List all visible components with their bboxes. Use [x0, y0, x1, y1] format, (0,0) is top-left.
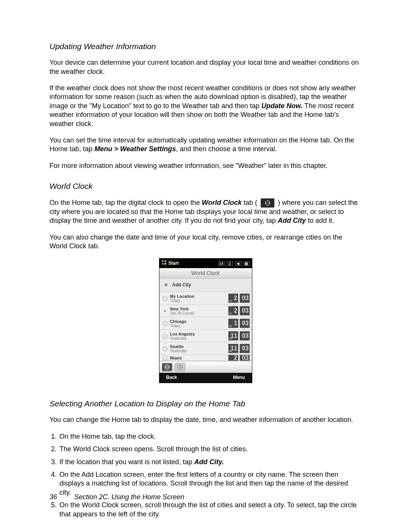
city-row[interactable]: ◯My LocationTodayAM203	[159, 292, 252, 305]
weather-dot-icon: ◯	[162, 296, 169, 302]
city-info: ChicagoToday	[170, 319, 228, 328]
city-time: AM203	[228, 294, 250, 303]
phone-softkey-bar: Back Menu	[159, 373, 252, 383]
city-time: 203	[228, 355, 250, 361]
svg-rect-5	[164, 263, 166, 265]
city-list[interactable]: ◯My LocationTodayAM203●New YorkJan 26 (L…	[159, 292, 252, 361]
text: If the location that you want is not lis…	[59, 458, 194, 466]
paragraph: On the Home tab, tap the digital clock t…	[49, 198, 362, 225]
heading-selecting-location: Selecting Another Location to Display on…	[49, 398, 362, 409]
weather-dot-icon: ●	[162, 308, 169, 314]
paragraph: You can set the time interval for automa…	[49, 136, 362, 154]
phone-screen-title: World Clock	[159, 268, 252, 278]
world-clock-screenshot: Start 1X ▯ ◀ ▥ World Clock + Add City ◯M…	[159, 258, 252, 383]
list-item: The World Clock screen opens. Scroll thr…	[59, 445, 362, 454]
text: On the Home tab, tap the digital clock t…	[49, 199, 202, 206]
text: , and then choose a time interval.	[176, 145, 277, 153]
plus-icon: +	[162, 281, 170, 289]
signal-icon: 1X	[218, 261, 225, 266]
text: tab (	[242, 199, 259, 206]
tab-world-icon[interactable]	[162, 363, 172, 371]
phone-status-bar: Start 1X ▯ ◀ ▥	[159, 259, 252, 268]
city-time: PM1103	[228, 344, 250, 353]
city-row[interactable]: ◯Los AngelesYesterdayPM1103	[159, 330, 252, 342]
status-icons: 1X ▯ ◀ ▥	[218, 261, 250, 266]
paragraph: Your device can determine your current l…	[49, 58, 362, 76]
city-time: PM1103	[228, 331, 250, 340]
paragraph: You can change the Home tab to display t…	[49, 415, 362, 424]
ui-ref-update-now: Update Now.	[261, 102, 303, 110]
heading-updating-weather: Updating Weather Information	[49, 41, 362, 51]
steps-list: On the Home tab, tap the clock. The Worl…	[51, 432, 362, 519]
list-item: On the Home tab, tap the clock.	[59, 432, 362, 441]
city-time: AM103	[228, 319, 250, 328]
svg-rect-4	[162, 263, 164, 265]
start-label: Start	[169, 260, 179, 267]
city-row[interactable]: ●New YorkJan 26 (Local)AM203	[159, 305, 252, 317]
city-info: Los AngelesYesterday	[170, 332, 228, 340]
city-row[interactable]: ◯Miami203	[159, 355, 252, 361]
page-number: 36	[49, 493, 57, 501]
ui-ref-menu-weather-settings: Menu > Weather Settings	[94, 145, 176, 153]
add-city-row[interactable]: + Add City	[159, 278, 252, 292]
ui-ref-world-clock: World Clock	[202, 199, 242, 206]
ui-ref-add-city: Add City	[278, 217, 306, 224]
page-footer: 36 Section 2C. Using the Home Screen	[49, 493, 184, 502]
section-label: Section 2C. Using the Home Screen	[74, 493, 184, 501]
back-softkey[interactable]: Back	[166, 375, 177, 381]
city-info: SeattleYesterday	[170, 344, 228, 353]
city-row[interactable]: ◯SeattleYesterdayPM1103	[159, 342, 252, 355]
city-time: AM203	[228, 306, 250, 315]
ui-ref-add-city: Add City.	[194, 458, 224, 466]
paragraph: For more information about viewing weath…	[49, 161, 362, 170]
signal-bars-icon: ▯	[227, 261, 233, 266]
windows-logo-icon	[162, 260, 166, 267]
list-item: If the location that you want is not lis…	[59, 458, 362, 466]
city-info: My LocationToday	[170, 294, 228, 303]
weather-dot-icon: ◯	[162, 321, 169, 327]
text: to add it.	[306, 217, 334, 224]
paragraph: If the weather clock does not show the m…	[49, 84, 362, 128]
heading-world-clock: World Clock	[49, 181, 362, 191]
battery-icon: ▥	[244, 261, 250, 266]
list-item: On the World Clock screen, scroll throug…	[59, 501, 362, 519]
svg-line-11	[180, 367, 181, 368]
tab-clock-icon[interactable]	[175, 363, 185, 371]
city-info: New YorkJan 26 (Local)	[170, 307, 228, 315]
svg-rect-2	[162, 260, 164, 262]
city-row[interactable]: ◯ChicagoTodayAM103	[159, 317, 252, 330]
svg-rect-3	[164, 260, 166, 262]
weather-dot-icon: ◯	[162, 346, 169, 352]
weather-dot-icon: ◯	[162, 333, 169, 339]
add-city-label: Add City	[172, 282, 191, 288]
city-info: Miami	[170, 356, 228, 360]
phone-tab-bar	[159, 361, 252, 373]
menu-softkey[interactable]: Menu	[233, 375, 245, 381]
paragraph: You can also change the date and time of…	[49, 233, 362, 251]
weather-dot-icon: ◯	[162, 355, 169, 361]
volume-icon: ◀	[235, 261, 241, 266]
world-clock-tab-icon	[261, 198, 274, 208]
